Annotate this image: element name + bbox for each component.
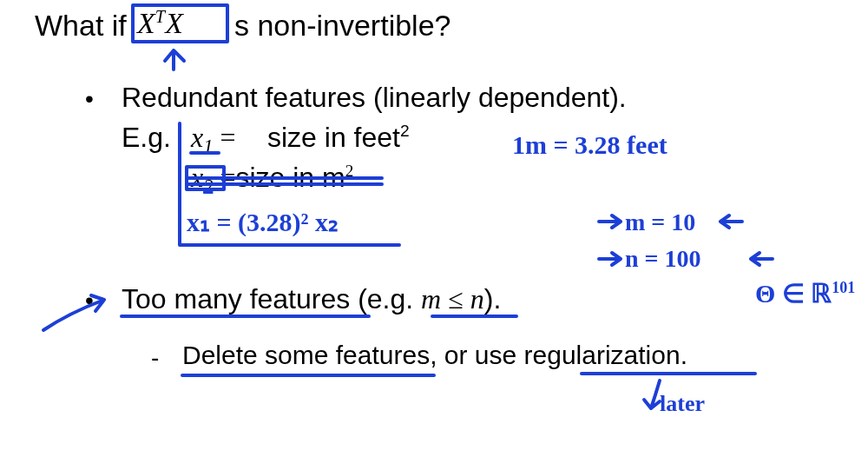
arrow-right-to-n-icon [599,253,621,265]
heading-formula-1: XTX [137,7,183,40]
arrow-to-bullet2-icon [43,295,104,330]
ink-m-eq: m = 10 [625,209,695,236]
ink-overlay [0,0,868,457]
ink-x1-equation: x₁ = (3.28)² x₂ [187,207,339,237]
arrow-up-to-box-icon [165,50,184,70]
sub-bullet-text: Delete some features, or use regularizat… [182,341,687,370]
arrow-down-to-later-icon [644,381,660,408]
arrow-right-to-m-icon [599,215,621,228]
bullet-dot-2: • [85,287,94,315]
ink-n-eq: n = 100 [625,245,701,273]
ink-later: later [660,391,705,417]
heading-prefix: What if [35,9,127,43]
slide: What if XTX s non-invertible? • Redundan… [0,0,868,457]
ink-theta: Θ ∈ ℝ101 [755,278,855,308]
eg-label: E.g. [122,122,171,154]
ink-conversion: 1m = 3.28 feet [512,130,667,160]
sub-bullet-dash: - [151,344,159,372]
x1-desc: size in feet2 [267,122,410,154]
bullet-dot-1: • [85,85,94,113]
bullet1-text: Redundant features (linearly dependent). [122,82,627,114]
x1-var: x1 = [191,122,235,158]
arrow-left-to-m-icon [720,215,742,228]
x2-line: x2 =size in m2 [191,162,353,198]
heading-suffix: s non-invertible? [234,9,450,43]
bullet2-text: Too many features (e.g. m ≤ n). [122,283,501,315]
arrow-left-to-n-icon [751,253,773,265]
